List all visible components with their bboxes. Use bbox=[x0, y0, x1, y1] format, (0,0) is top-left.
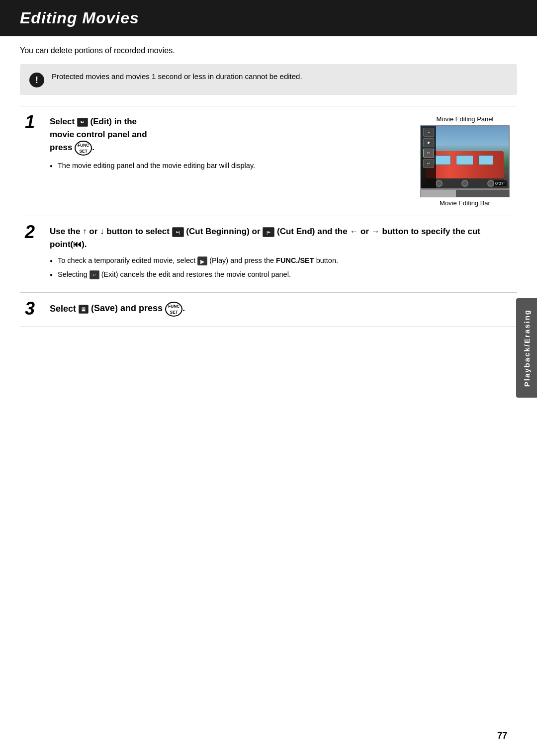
panel-icon-3: ✄ bbox=[423, 149, 434, 158]
train-window-2 bbox=[456, 155, 473, 165]
cut-end-icon: |✄ bbox=[263, 227, 274, 237]
editing-bar bbox=[420, 189, 510, 197]
timestamp: 0'07" bbox=[494, 180, 507, 186]
step-3-number: 3 bbox=[20, 300, 50, 318]
step-3-title: Select 💾 (Save) and press FUNCSET. bbox=[50, 302, 517, 317]
step-1-title-text: Select ✄ (Edit) in themovie control pane… bbox=[50, 117, 147, 152]
step-1-bullet-1: The movie editing panel and the movie ed… bbox=[50, 161, 403, 171]
warning-icon: ! bbox=[29, 72, 45, 88]
save-icon: 💾 bbox=[79, 305, 89, 314]
intro-text: You can delete portions of recorded movi… bbox=[20, 46, 517, 55]
wheel-1 bbox=[436, 180, 443, 187]
panel-icon-4: ↩ bbox=[423, 159, 434, 168]
step-2-number: 2 bbox=[20, 223, 50, 241]
warning-text: Protected movies and movies 1 second or … bbox=[52, 71, 302, 83]
exit-icon: ↩ bbox=[90, 270, 99, 279]
train-wheels bbox=[426, 178, 504, 188]
step-1-bullets: The movie editing panel and the movie ed… bbox=[50, 161, 403, 171]
image-label-top: Movie Editing Panel bbox=[413, 115, 517, 123]
panel-icon-1: ≡ bbox=[423, 128, 434, 137]
step-1-number: 1 bbox=[20, 113, 50, 131]
wheel-3 bbox=[487, 180, 494, 187]
step-1-image-area: Movie Editing Panel bbox=[413, 115, 517, 207]
page-title: Editing Movies bbox=[20, 9, 517, 27]
func-set-icon: FUNCSET bbox=[75, 141, 92, 156]
train-window-3 bbox=[478, 155, 493, 165]
step-2-bullet-2: Selecting ↩ (Exit) cancels the edit and … bbox=[50, 269, 517, 280]
wheel-2 bbox=[461, 180, 468, 187]
func-set-icon-3: FUNCSET bbox=[165, 302, 182, 317]
panel-icon-2: ▶ bbox=[423, 138, 434, 147]
step-2-title: Use the ↑ or ↓ button to select ✄| (Cut … bbox=[50, 225, 517, 251]
svg-text:!: ! bbox=[35, 75, 38, 85]
page-container: Editing Movies You can delete portions o… bbox=[0, 0, 537, 756]
step-2-bullet-1: To check a temporarily edited movie, sel… bbox=[50, 255, 517, 266]
step-1-inner: Select ✄ (Edit) in themovie control pane… bbox=[50, 115, 517, 207]
sidebar-tab: Playback/Erasing bbox=[516, 298, 537, 398]
image-caption-area: Movie Editing Panel bbox=[413, 115, 517, 207]
cut-begin-icon: ✄| bbox=[172, 227, 184, 237]
step-1: 1 Select ✄ (Edit) in themovie control pa… bbox=[20, 106, 517, 216]
main-content: You can delete portions of recorded movi… bbox=[0, 46, 537, 327]
play-icon: ▶ bbox=[197, 256, 207, 265]
step-1-content: Select ✄ (Edit) in themovie control pane… bbox=[50, 115, 517, 207]
step-1-title: Select ✄ (Edit) in themovie control pane… bbox=[50, 115, 403, 156]
edit-icon: ✄ bbox=[77, 118, 88, 127]
image-label-bottom: Movie Editing Bar bbox=[413, 199, 517, 207]
camera-screen: ≡ ▶ ✄ ↩ 0'07" bbox=[420, 125, 510, 189]
step-2: 2 Use the ↑ or ↓ button to select ✄| (Cu… bbox=[20, 216, 517, 293]
step-2-bullets: To check a temporarily edited movie, sel… bbox=[50, 255, 517, 280]
train-window-1 bbox=[434, 155, 451, 165]
step-1-text: Select ✄ (Edit) in themovie control pane… bbox=[50, 115, 403, 174]
sidebar-tab-label: Playback/Erasing bbox=[523, 309, 531, 387]
editing-bar-fill bbox=[421, 190, 456, 197]
step-3-content: Select 💾 (Save) and press FUNCSET. bbox=[50, 302, 517, 317]
step-3: 3 Select 💾 (Save) and press FUNCSET. bbox=[20, 293, 517, 327]
train-body bbox=[426, 151, 504, 178]
page-number: 77 bbox=[497, 731, 507, 741]
panel-overlay: ≡ ▶ ✄ ↩ bbox=[421, 126, 436, 188]
title-bar: Editing Movies bbox=[0, 0, 537, 36]
warning-box: ! Protected movies and movies 1 second o… bbox=[20, 64, 517, 95]
step-2-content: Use the ↑ or ↓ button to select ✄| (Cut … bbox=[50, 225, 517, 283]
steps-container: 1 Select ✄ (Edit) in themovie control pa… bbox=[20, 106, 517, 327]
